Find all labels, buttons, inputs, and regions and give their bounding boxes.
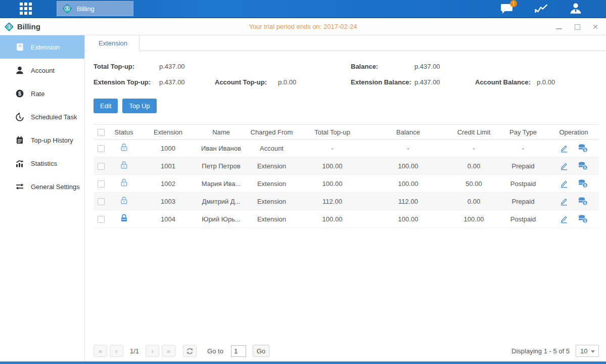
- row-checkbox[interactable]: [98, 163, 105, 170]
- desktop-top-bar: $ Billing !: [0, 0, 606, 18]
- cell-charged-from: Account: [245, 140, 298, 157]
- cell-charged-from: Extension: [245, 157, 298, 175]
- extension-balance-value: p.437.00: [414, 78, 475, 86]
- table-row: 1004 Юрий Юрь... Extension 100.00 100.00…: [94, 210, 599, 228]
- taskbar-tab-billing[interactable]: $ Billing: [57, 1, 133, 16]
- minimize-icon: [556, 28, 562, 29]
- top-up-coins-icon[interactable]: $: [578, 214, 588, 223]
- cell-pay-type: -: [498, 140, 548, 157]
- total-topup-value: p.437.00: [159, 63, 185, 70]
- taskbar-tab-label: Billing: [77, 5, 95, 13]
- tab-strip: Extension: [85, 35, 606, 51]
- sidebar-item-label: Scheduled Task: [31, 113, 77, 121]
- maximize-icon: [575, 24, 580, 30]
- table-row: 1003 Дмитрий Д... Extension 112.00 112.0…: [94, 193, 599, 210]
- notification-badge: !: [510, 0, 517, 7]
- settings-sliders-icon: [15, 182, 24, 191]
- cell-balance: 100.00: [366, 210, 450, 228]
- edit-button[interactable]: Edit: [94, 99, 118, 113]
- col-name: Name: [197, 125, 245, 140]
- top-up-coins-icon[interactable]: $: [578, 179, 588, 188]
- user-account-icon[interactable]: [569, 2, 583, 15]
- refresh-button[interactable]: [183, 345, 197, 357]
- window-title: Billing: [17, 22, 40, 31]
- row-checkbox[interactable]: [98, 180, 105, 188]
- edit-pencil-icon[interactable]: [560, 162, 569, 170]
- cell-name: Иван Иванов: [197, 140, 245, 157]
- cell-pay-type: Postpaid: [498, 175, 548, 193]
- window-controls: ×: [555, 18, 599, 35]
- sidebar-item-rate[interactable]: $ Rate: [0, 82, 84, 105]
- first-page-button[interactable]: «: [94, 345, 107, 357]
- next-page-button[interactable]: ›: [146, 345, 159, 357]
- edit-pencil-icon[interactable]: [560, 179, 569, 188]
- sidebar-item-account[interactable]: Account: [0, 59, 84, 82]
- cell-balance: -: [366, 140, 450, 157]
- edit-pencil-icon[interactable]: [560, 215, 569, 223]
- go-button[interactable]: Go: [253, 345, 269, 357]
- page-size-select[interactable]: 10: [576, 345, 599, 357]
- cell-balance: 100.00: [366, 175, 450, 193]
- sidebar-item-extension[interactable]: Extension: [0, 35, 84, 59]
- cell-credit-limit: 50.00: [450, 175, 498, 193]
- cell-balance: 100.00: [366, 157, 450, 175]
- cell-charged-from: Extension: [245, 193, 298, 210]
- minimize-button[interactable]: [555, 23, 563, 30]
- billing-diamond-icon: $: [62, 3, 73, 14]
- billing-summary: Total Top-up: p.437.00 Extension Top-up:…: [94, 59, 599, 90]
- extension-balance-label: Extension Balance:: [351, 78, 414, 86]
- close-button[interactable]: ×: [592, 23, 599, 30]
- window-body: Extension Account $ Rate: [0, 35, 606, 361]
- displaying-text: Displaying 1 - 5 of 5: [511, 347, 570, 355]
- cell-pay-type: Prepaid: [498, 193, 548, 210]
- sidebar-item-label: Rate: [31, 90, 44, 98]
- cell-extension: 1001: [139, 157, 197, 175]
- window-bottom-border: [0, 361, 606, 364]
- sidebar: Extension Account $ Rate: [0, 35, 85, 361]
- total-topup-label: Total Top-up:: [94, 63, 159, 70]
- tab-extension[interactable]: Extension: [87, 35, 139, 51]
- account-balance-label: Account Balance:: [475, 78, 537, 86]
- cell-extension: 1004: [139, 210, 197, 228]
- edit-pencil-icon[interactable]: [560, 197, 569, 206]
- display-info: Displaying 1 - 5 of 5 10: [511, 345, 599, 357]
- row-checkbox[interactable]: [98, 198, 105, 205]
- prev-page-button[interactable]: ‹: [110, 345, 123, 357]
- top-up-coins-icon[interactable]: $: [578, 197, 588, 206]
- monitor-chart-icon[interactable]: [534, 2, 548, 15]
- top-up-button[interactable]: Top Up: [122, 99, 156, 113]
- col-balance: Balance: [366, 125, 450, 140]
- top-up-coins-icon[interactable]: $: [578, 144, 588, 153]
- select-all-checkbox[interactable]: [98, 129, 105, 136]
- page-size-value: 10: [580, 347, 587, 355]
- last-page-button[interactable]: »: [162, 345, 175, 357]
- cell-total-topup: 100.00: [298, 210, 366, 228]
- cell-pay-type: Postpaid: [498, 210, 548, 228]
- edit-pencil-icon[interactable]: [560, 144, 569, 153]
- sidebar-item-label: Extension: [31, 43, 60, 51]
- topbar-status-icons: !: [500, 0, 583, 17]
- grid-dots-icon: [19, 2, 32, 15]
- cell-name: Мария Ива...: [197, 175, 245, 193]
- billing-app-window: $ Billing !: [0, 0, 606, 364]
- balance-value: p.437.00: [414, 63, 440, 70]
- notifications-chat-icon[interactable]: !: [500, 2, 514, 15]
- sidebar-item-scheduled-task[interactable]: Scheduled Task: [0, 105, 84, 128]
- top-up-coins-icon[interactable]: $: [578, 161, 588, 170]
- maximize-button[interactable]: [574, 23, 581, 30]
- cell-name: Петр Петров: [197, 157, 245, 175]
- col-extension: Extension: [139, 125, 197, 140]
- billing-diamond-icon: $: [4, 22, 14, 32]
- row-checkbox[interactable]: [98, 145, 105, 152]
- goto-page-input[interactable]: [231, 345, 246, 357]
- col-pay-type: Pay Type: [498, 125, 548, 140]
- cell-balance: 112.00: [366, 193, 450, 210]
- lock-status-icon: [120, 161, 128, 169]
- cell-total-topup: -: [298, 140, 366, 157]
- sidebar-item-topup-history[interactable]: Top-up History: [0, 128, 84, 152]
- app-grid-icon[interactable]: [18, 2, 33, 16]
- line-chart-icon: [535, 3, 548, 14]
- sidebar-item-general-settings[interactable]: General Settings: [0, 175, 84, 198]
- sidebar-item-statistics[interactable]: Statistics: [0, 152, 84, 175]
- row-checkbox[interactable]: [98, 216, 105, 223]
